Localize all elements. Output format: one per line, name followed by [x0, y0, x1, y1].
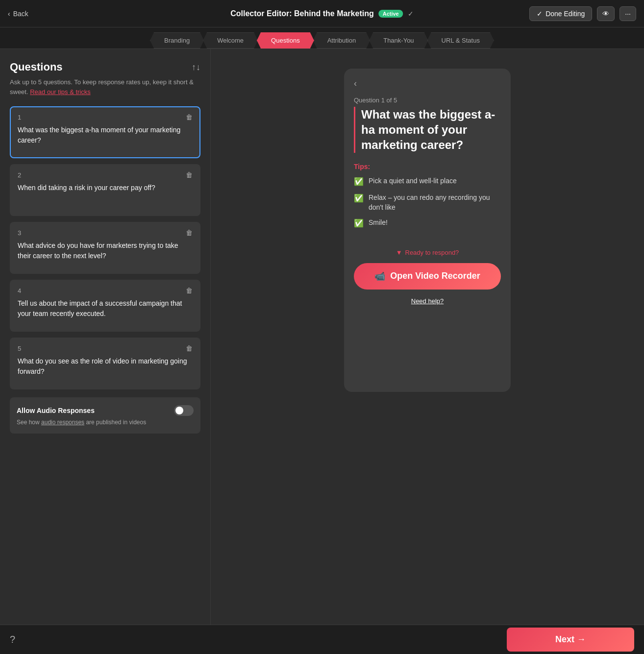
card-4-textarea[interactable]: Tell us about the impact of a successful…: [18, 298, 193, 323]
card-2-number: 2: [18, 171, 21, 179]
card-2-header: 2 🗑: [18, 171, 193, 179]
question-card-5[interactable]: 5 🗑 What do you see as the role of video…: [10, 338, 200, 389]
ready-text: Ready to respond?: [405, 249, 459, 256]
tab-questions[interactable]: Questions: [257, 32, 314, 48]
card-4-delete-button[interactable]: 🗑: [186, 287, 193, 294]
top-bar-center: Collector Editor: Behind the Marketing A…: [230, 9, 414, 18]
checkmark-icon: ✓: [408, 10, 414, 18]
question-label: Question 1 of 5: [354, 97, 501, 104]
ready-section: ▼ Ready to respond? 📹 Open Video Recorde…: [354, 249, 501, 305]
card-5-number: 5: [18, 345, 21, 352]
tip-item-2: ✅ Relax – you can redo any recording you…: [354, 193, 501, 212]
card-1-header: 1 🗑: [18, 113, 193, 121]
open-video-recorder-button[interactable]: 📹 Open Video Recorder: [354, 263, 501, 290]
back-label: Back: [13, 10, 28, 18]
tab-url-status-label: URL & Status: [442, 37, 480, 44]
preview-card: ‹ Question 1 of 5 What was the biggest a…: [344, 69, 511, 392]
question-card-1[interactable]: 1 🗑 What was the biggest a-ha moment of …: [10, 106, 200, 158]
bottom-bar: ? Next →: [0, 625, 644, 654]
tab-thank-you[interactable]: Thank-You: [369, 32, 428, 48]
panel-subtitle: Ask up to 5 questions. To keep response …: [10, 77, 200, 97]
preview-question-text: What was the biggest a-ha moment of your…: [354, 107, 501, 153]
tip-3-check-icon: ✅: [354, 218, 364, 229]
done-editing-check-icon: ✓: [537, 10, 543, 18]
audio-toggle-description: See how audio responses are published in…: [17, 419, 194, 426]
need-help-link[interactable]: Need help?: [354, 297, 501, 305]
tip-item-1: ✅ Pick a quiet and well-lit place: [354, 176, 501, 187]
top-bar: ‹ Back Collector Editor: Behind the Mark…: [0, 0, 644, 27]
top-bar-left: ‹ Back: [8, 10, 28, 18]
eye-icon: 👁: [602, 10, 609, 18]
tip-2-check-icon: ✅: [354, 193, 364, 204]
card-4-header: 4 🗑: [18, 287, 193, 294]
card-4-number: 4: [18, 287, 21, 294]
recorder-btn-label: Open Video Recorder: [390, 271, 480, 281]
audio-desc-text1: See how: [17, 419, 41, 426]
help-icon[interactable]: ?: [10, 634, 15, 645]
panel-header: Questions ↑↓: [10, 61, 200, 73]
sort-icon[interactable]: ↑↓: [192, 62, 200, 73]
tab-welcome[interactable]: Welcome: [203, 32, 258, 48]
tip-3-text: Smile!: [369, 218, 388, 228]
tab-url-status[interactable]: URL & Status: [427, 32, 494, 48]
active-badge: Active: [379, 10, 403, 18]
next-button[interactable]: Next →: [507, 628, 634, 652]
card-2-delete-button[interactable]: 🗑: [186, 171, 193, 179]
done-editing-label: Done Editing: [545, 10, 585, 18]
top-bar-right: ✓ Done Editing 👁 ···: [529, 6, 636, 21]
tab-questions-label: Questions: [271, 37, 300, 44]
card-3-number: 3: [18, 229, 21, 237]
audio-responses-link[interactable]: audio responses: [41, 419, 84, 426]
card-5-delete-button[interactable]: 🗑: [186, 344, 193, 352]
question-card-2[interactable]: 2 🗑 When did taking a risk in your caree…: [10, 164, 200, 216]
ready-arrow-icon: ▼: [396, 249, 402, 256]
card-3-delete-button[interactable]: 🗑: [186, 229, 193, 237]
preview-eye-button[interactable]: 👁: [597, 6, 615, 21]
editor-title: Collector Editor: Behind the Marketing: [230, 9, 373, 18]
question-card-3[interactable]: 3 🗑 What advice do you have for marketer…: [10, 222, 200, 274]
done-editing-button[interactable]: ✓ Done Editing: [529, 6, 592, 21]
audio-desc-text2: are published in videos: [84, 419, 146, 426]
card-3-header: 3 🗑: [18, 229, 193, 237]
card-5-textarea[interactable]: What do you see as the role of video in …: [18, 356, 193, 381]
video-camera-icon: 📹: [374, 271, 385, 282]
tip-2-text: Relax – you can redo any recording you d…: [369, 193, 501, 212]
question-card-4[interactable]: 4 🗑 Tell us about the impact of a succes…: [10, 280, 200, 332]
back-arrow-icon: ‹: [8, 10, 10, 18]
back-button[interactable]: ‹ Back: [8, 10, 28, 18]
card-1-number: 1: [18, 114, 21, 121]
panel-title: Questions: [10, 61, 63, 73]
audio-toggle-switch[interactable]: [174, 405, 194, 416]
tab-attribution[interactable]: Attribution: [313, 32, 371, 48]
main-layout: Questions ↑↓ Ask up to 5 questions. To k…: [0, 49, 644, 650]
more-icon: ···: [625, 10, 631, 18]
card-5-header: 5 🗑: [18, 344, 193, 352]
audio-toggle-header: Allow Audio Responses: [17, 405, 194, 416]
audio-toggle-card: Allow Audio Responses See how audio resp…: [10, 397, 200, 434]
tab-welcome-label: Welcome: [217, 37, 244, 44]
card-3-textarea[interactable]: What advice do you have for marketers tr…: [18, 241, 193, 265]
ready-label: ▼ Ready to respond?: [354, 249, 501, 256]
tip-item-3: ✅ Smile!: [354, 218, 501, 229]
tab-thank-you-label: Thank-You: [383, 37, 414, 44]
right-panel: ‹ Question 1 of 5 What was the biggest a…: [211, 49, 644, 650]
preview-back-icon[interactable]: ‹: [354, 78, 357, 89]
tip-1-check-icon: ✅: [354, 176, 364, 187]
left-panel: Questions ↑↓ Ask up to 5 questions. To k…: [0, 49, 211, 650]
more-options-button[interactable]: ···: [619, 6, 636, 21]
tips-label: Tips:: [354, 163, 501, 170]
card-2-textarea[interactable]: When did taking a risk in your career pa…: [18, 183, 193, 207]
nav-tabs: Branding Welcome Questions Attribution T…: [0, 27, 644, 49]
card-1-delete-button[interactable]: 🗑: [186, 113, 193, 121]
tip-1-text: Pick a quiet and well-lit place: [369, 176, 457, 186]
tab-attribution-label: Attribution: [327, 37, 356, 44]
tab-branding-label: Branding: [164, 37, 190, 44]
card-1-textarea[interactable]: What was the biggest a-ha moment of your…: [18, 125, 193, 149]
tab-branding[interactable]: Branding: [150, 32, 204, 48]
tips-link[interactable]: Read our tips & tricks: [30, 88, 91, 96]
audio-toggle-title: Allow Audio Responses: [17, 407, 95, 414]
